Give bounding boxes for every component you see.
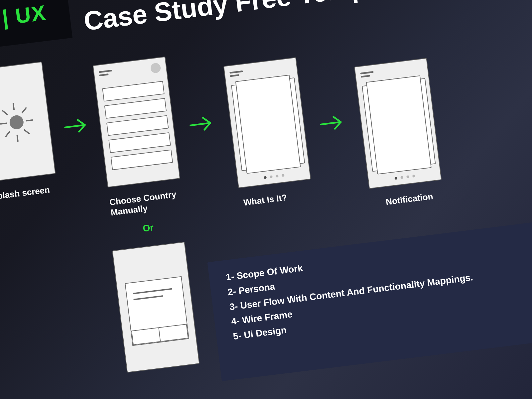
arrow-right-icon	[188, 112, 216, 135]
sun-ray-icon	[21, 107, 27, 114]
label-or: Or	[142, 222, 154, 234]
pager-dot	[270, 175, 273, 178]
svg-line-0	[65, 125, 85, 127]
wireframe-choose-country	[93, 57, 180, 188]
wireframe-splash	[0, 62, 56, 182]
sun-ray-icon	[16, 135, 19, 142]
sun-ray-icon	[0, 122, 7, 125]
menu-icon	[229, 70, 243, 74]
pager-dot	[394, 177, 397, 180]
list-item	[106, 115, 169, 136]
wireframe-what-is-it	[223, 57, 311, 188]
text-line	[133, 295, 163, 300]
pager-dot	[406, 175, 409, 178]
list-item	[108, 132, 171, 153]
content-list-panel: 1- Scope Of Work 2- Persona 3- User Flow…	[207, 214, 532, 381]
pager-dot	[412, 175, 415, 178]
list-item	[104, 98, 167, 119]
menu-icon	[99, 73, 108, 76]
sun-ray-icon	[13, 103, 15, 110]
menu-icon	[361, 75, 370, 77]
avatar-icon	[150, 63, 161, 73]
arrow-right-icon	[318, 111, 347, 134]
menu-icon	[230, 74, 239, 77]
pager-dot	[400, 176, 403, 179]
svg-line-2	[321, 122, 341, 124]
wireframe-modal	[112, 242, 200, 373]
label-choose-country: Choose Country Manually	[109, 189, 178, 218]
card-stack-front	[235, 75, 301, 174]
pager-dot	[264, 176, 267, 179]
modal-button	[131, 327, 162, 345]
wireframe-notification	[354, 58, 442, 189]
menu-icon	[99, 70, 112, 73]
sun-ray-icon	[2, 110, 8, 115]
arrow-right-icon	[62, 114, 91, 137]
sun-ray-icon	[5, 131, 11, 137]
modal-button	[158, 324, 189, 342]
menu-icon	[360, 71, 373, 74]
sun-ray-icon	[26, 119, 33, 122]
label-splash: Splash screen	[0, 185, 51, 202]
modal-dialog	[125, 276, 189, 346]
page-indicator	[264, 174, 285, 179]
list-item	[111, 150, 173, 170]
list-item	[102, 81, 165, 101]
svg-line-1	[191, 123, 210, 125]
logo-text: UI | UX	[0, 0, 48, 34]
logo-badge: UI | UX	[0, 0, 72, 52]
pager-dot	[276, 175, 279, 178]
sun-icon	[9, 114, 24, 130]
page-title: Case Study Free Template	[82, 0, 414, 37]
card-stack-front	[366, 75, 432, 175]
page-indicator	[394, 175, 415, 180]
sun-ray-icon	[24, 129, 30, 135]
label-notification: Notification	[385, 191, 434, 207]
text-line	[133, 288, 173, 294]
label-what-is-it: What Is It?	[243, 193, 288, 208]
pager-dot	[282, 174, 285, 177]
